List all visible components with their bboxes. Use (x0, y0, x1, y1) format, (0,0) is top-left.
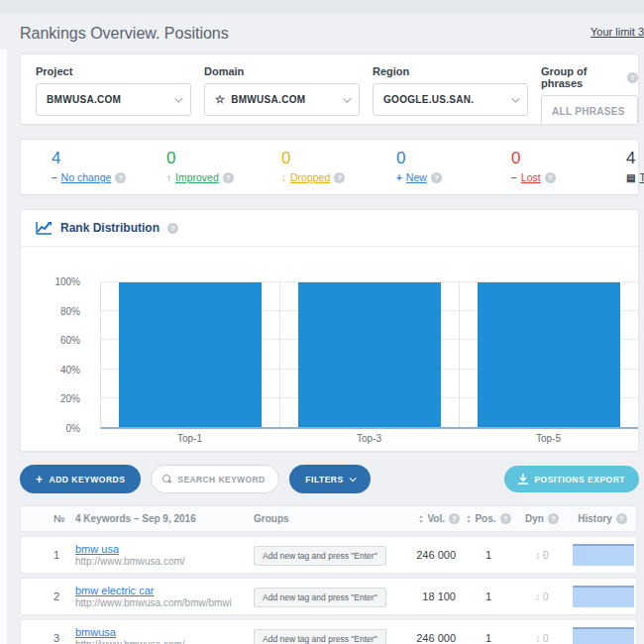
chevron-down-icon (174, 94, 182, 102)
stat-block: 4 – No change ? (52, 149, 166, 194)
search-keyword-input[interactable] (177, 475, 268, 484)
help-icon[interactable]: ? (627, 72, 638, 83)
up-down-arrow-icon: ↕ (535, 550, 540, 561)
database-icon: ▤ (626, 172, 635, 183)
keyword-cell: bmw electric car http://www.bmwusa.com/b… (75, 585, 242, 609)
positions-export-label: POSITIONS EXPORT (534, 475, 625, 484)
chevron-down-icon (343, 94, 351, 102)
rank-distribution-title: Rank Distribution (60, 221, 160, 235)
download-icon (518, 474, 528, 484)
your-limit-link[interactable]: Your limit 33, (590, 26, 644, 38)
help-icon[interactable]: ? (616, 513, 627, 524)
chart-column-top-5 (459, 282, 638, 427)
stat-block: 0 + New ? (396, 149, 511, 194)
dyn-number: 0 (543, 550, 549, 561)
up-down-arrow-icon: ↕ (535, 591, 540, 602)
dyn-number: 0 (543, 633, 549, 644)
row-number: 2 (54, 590, 75, 602)
help-icon[interactable]: ? (431, 172, 442, 183)
stat-no-change-value: 4 (52, 149, 166, 168)
dynamics-value: ↕ 0 (515, 550, 569, 561)
history-bar[interactable] (573, 544, 634, 566)
chart-bar[interactable] (119, 282, 262, 427)
sort-icon[interactable]: ▲▼ (466, 514, 471, 523)
chart-column-top-3 (279, 282, 459, 427)
pos-header-label: Pos. (475, 513, 495, 524)
stat-dropped-value: 0 (281, 149, 396, 168)
stat-dropped-link[interactable]: Dropped (290, 171, 330, 183)
help-icon[interactable]: ? (449, 513, 460, 524)
stat-total-link[interactable]: Total (639, 171, 644, 183)
table-row: 3 bmwusa http://www.bmwusa.com/ Add new … (20, 619, 637, 644)
filter-group-of-phrases: Group of phrases ? ALL PHRASES (541, 65, 638, 124)
keyword-link[interactable]: bmw usa (75, 543, 242, 556)
help-icon[interactable]: ? (545, 172, 556, 183)
filters-button[interactable]: FILTERS (289, 465, 370, 493)
stat-improved-value: 0 (166, 149, 281, 168)
history-bar[interactable] (573, 627, 634, 644)
groups-cell: Add new tag and press "Enter" (242, 545, 400, 566)
volume-value: 246 000 (400, 632, 462, 644)
help-icon[interactable]: ? (115, 172, 126, 183)
stat-new-link[interactable]: New (406, 171, 427, 183)
domain-select[interactable]: ☆ BMWUSA.COM (204, 83, 360, 116)
help-icon[interactable]: ? (548, 513, 559, 524)
filter-region: Region GOOGLE.US.SAN. (373, 65, 528, 124)
positions-export-button[interactable]: POSITIONS EXPORT (504, 466, 639, 492)
filter-domain: Domain ☆ BMWUSA.COM (204, 65, 360, 124)
stats-card: 4 – No change ? 0 ↑ Improved ? 0 ↓ Dropp… (20, 139, 639, 195)
history-cell (569, 544, 636, 566)
region-label: Region (373, 65, 528, 77)
help-icon[interactable]: ? (167, 223, 178, 234)
add-keywords-button[interactable]: + ADD KEYWORDS (20, 465, 141, 493)
stat-no-change-link[interactable]: No change (61, 171, 112, 183)
page-title: Rankings Overview. Positions (20, 25, 229, 43)
col-num-header: № (54, 513, 75, 524)
add-keywords-label: ADD KEYWORDS (50, 475, 126, 484)
chart-bar[interactable] (298, 282, 441, 427)
page-header: Rankings Overview. Positions Your limit … (0, 14, 644, 54)
dyn-number: 0 (543, 591, 549, 602)
position-value: 1 (462, 632, 515, 644)
col-dyn-header: Dyn ? (515, 513, 569, 524)
help-icon[interactable]: ? (500, 513, 511, 524)
add-tag-input[interactable]: Add new tag and press "Enter" (254, 588, 386, 607)
arrow-down-icon: ↓ (281, 172, 286, 183)
group-of-phrases-label: Group of phrases ? (541, 65, 638, 89)
region-select[interactable]: GOOGLE.US.SAN. (373, 83, 528, 116)
stat-lost-link[interactable]: Lost (521, 171, 541, 183)
add-tag-input[interactable]: Add new tag and press "Enter" (254, 546, 386, 566)
chart-x-axis: Top-1Top-3Top-5 (100, 433, 638, 444)
no-change-icon: – (52, 172, 57, 183)
stat-block: 0 − Lost ? (511, 149, 626, 194)
sort-icon[interactable]: ▲▼ (418, 514, 423, 523)
project-value: BMWUSA.COM (47, 94, 174, 105)
y-tick-label: 80% (60, 306, 80, 317)
keyword-link[interactable]: bmw electric car (75, 585, 242, 597)
x-tick-label: Top-3 (279, 433, 459, 444)
filters-card: Project BMWUSA.COM Domain ☆ BMWUSA.COM R… (20, 54, 639, 125)
dynamics-value: ↕ 0 (515, 591, 569, 602)
vol-header-label: Vol. (427, 513, 445, 524)
y-tick-label: 0% (66, 423, 80, 434)
x-tick-label: Top-1 (100, 433, 279, 444)
left-panel-edge (0, 50, 8, 644)
group-of-phrases-select[interactable]: ALL PHRASES (541, 95, 638, 125)
add-tag-input[interactable]: Add new tag and press "Enter" (254, 629, 386, 644)
history-bar[interactable] (573, 586, 634, 607)
history-header-label: History (578, 513, 611, 524)
help-icon[interactable]: ? (334, 172, 345, 183)
help-icon[interactable]: ? (223, 172, 234, 183)
col-history-header: History ? (569, 513, 636, 524)
keyword-link[interactable]: bmwusa (75, 626, 242, 639)
stat-lost-value: 0 (511, 149, 626, 168)
dynamics-value: ↕ 0 (515, 633, 569, 644)
project-label: Project (36, 65, 191, 77)
stat-improved-link[interactable]: Improved (175, 171, 219, 183)
chart-bar[interactable] (478, 282, 620, 427)
history-cell (569, 586, 636, 607)
col-groups-header: Groups (242, 513, 400, 524)
project-select[interactable]: BMWUSA.COM (36, 83, 191, 116)
keyword-url: http://www.bmwusa.com/ (75, 556, 242, 568)
search-keyword-box (151, 465, 279, 493)
